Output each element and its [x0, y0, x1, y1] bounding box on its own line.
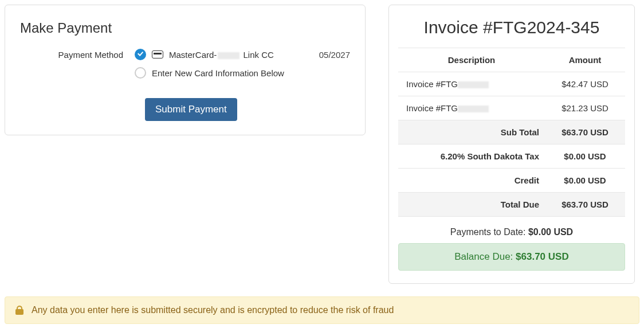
secure-notice: Any data you enter here is submitted sec…: [5, 296, 639, 324]
new-card-label: Enter New Card Information Below: [152, 68, 352, 78]
line-desc: Invoice #FTG: [398, 96, 545, 120]
redacted-text: [218, 52, 239, 59]
credit-label: Credit: [398, 169, 545, 193]
lock-icon: [15, 306, 23, 315]
line-amount: $42.47 USD: [545, 72, 625, 96]
tax-row: 6.20% South Dakota Tax $0.00 USD: [398, 144, 625, 169]
saved-card-suffix: Link CC: [241, 50, 274, 60]
payment-heading: Make Payment: [20, 20, 350, 36]
col-description: Description: [398, 48, 545, 72]
balance-due-box: Balance Due: $63.70 USD: [398, 243, 625, 271]
radio-unchecked-icon: [135, 67, 146, 79]
saved-card-label: MasterCard- Link CC: [169, 50, 313, 60]
payment-panel: Make Payment Payment Method MasterCard- …: [5, 5, 366, 135]
invoice-panel: Invoice #FTG2024-345 Description Amount …: [388, 5, 635, 284]
balance-label: Balance Due:: [454, 251, 516, 262]
line-desc: Invoice #FTG: [398, 72, 545, 96]
balance-value: $63.70 USD: [516, 251, 569, 262]
paid-label: Payments to Date:: [450, 227, 528, 237]
redacted-text: [458, 81, 489, 88]
payment-option-new-card[interactable]: Enter New Card Information Below: [135, 67, 352, 79]
payments-to-date: Payments to Date: $0.00 USD: [398, 227, 625, 237]
redacted-text: [458, 106, 489, 112]
paid-value: $0.00 USD: [528, 227, 573, 237]
table-row: Invoice #FTG $42.47 USD: [398, 72, 625, 96]
secure-message: Any data you enter here is submitted sec…: [32, 305, 394, 315]
table-row: Invoice #FTG $21.23 USD: [398, 96, 625, 120]
saved-card-prefix: MasterCard-: [169, 50, 217, 60]
line-desc-prefix: Invoice #FTG: [406, 79, 458, 89]
payment-option-saved-card[interactable]: MasterCard- Link CC 05/2027: [135, 49, 352, 60]
radio-checked-icon: [135, 49, 146, 60]
line-amount: $21.23 USD: [545, 96, 625, 120]
totaldue-label: Total Due: [398, 193, 545, 217]
credit-card-icon: [152, 50, 163, 58]
totaldue-row: Total Due $63.70 USD: [398, 193, 625, 217]
invoice-scroll-area[interactable]: Description Amount Invoice #FTG $42.47 U…: [398, 48, 625, 218]
subtotal-label: Sub Total: [398, 120, 545, 144]
payment-method-label: Payment Method: [18, 49, 135, 85]
totaldue-value: $63.70 USD: [545, 193, 625, 217]
invoice-table: Description Amount Invoice #FTG $42.47 U…: [398, 48, 625, 217]
line-desc-prefix: Invoice #FTG: [406, 103, 458, 113]
submit-payment-button[interactable]: Submit Payment: [145, 98, 237, 121]
subtotal-row: Sub Total $63.70 USD: [398, 120, 625, 144]
subtotal-value: $63.70 USD: [545, 120, 625, 144]
card-expiry: 05/2027: [319, 50, 352, 60]
credit-value: $0.00 USD: [545, 169, 625, 193]
col-amount: Amount: [545, 48, 625, 72]
credit-row: Credit $0.00 USD: [398, 169, 625, 193]
tax-value: $0.00 USD: [545, 144, 625, 169]
invoice-title: Invoice #FTG2024-345: [398, 18, 625, 37]
tax-label: 6.20% South Dakota Tax: [398, 144, 545, 169]
